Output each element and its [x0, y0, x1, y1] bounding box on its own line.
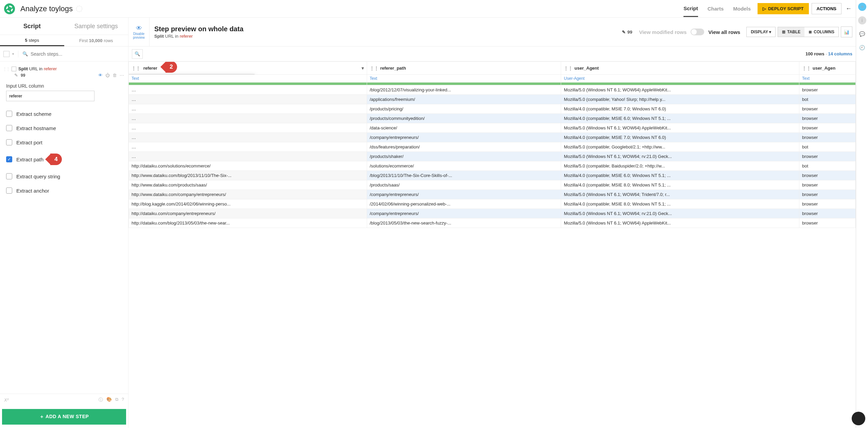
step-title[interactable]: Split URL in referer: [18, 66, 57, 71]
extract-port-row[interactable]: Extract port: [6, 135, 122, 149]
extract-anchor-row[interactable]: Extract anchor: [6, 183, 122, 198]
cell-user-agent[interactable]: Mozilla/4.0 (compatible; MSIE 8.0; Windo…: [561, 180, 799, 190]
cell-referer[interactable]: …: [129, 95, 367, 104]
sidebar-tab-script[interactable]: Script: [0, 18, 64, 35]
cell-referer[interactable]: …: [129, 123, 367, 133]
cell-path[interactable]: /company/entrepreneurs/: [367, 133, 561, 142]
cell-path[interactable]: /products/shaker/: [367, 152, 561, 161]
cell-user-agent[interactable]: Mozilla/5.0 (Windows NT 6.1; WOW64) Appl…: [561, 123, 799, 133]
copy-icon[interactable]: ⧉: [115, 397, 118, 403]
drag-handle-icon[interactable]: ⋮⋮: [3, 67, 10, 71]
table-row[interactable]: …/products/communityedition/Mozilla/4.0 …: [129, 114, 856, 123]
more-icon[interactable]: ⋯: [120, 73, 124, 78]
data-search-button[interactable]: 🔍: [132, 49, 143, 59]
cell-ua-type[interactable]: browser: [799, 85, 856, 95]
add-new-step-button[interactable]: ＋ ADD A NEW STEP: [2, 409, 126, 425]
checkbox-icon[interactable]: [6, 188, 12, 194]
cell-referer[interactable]: http://dataiku.com/company/entrepreneurs…: [129, 209, 367, 218]
eye-icon[interactable]: 👁: [98, 73, 103, 78]
checkbox-icon[interactable]: [6, 139, 12, 145]
cell-referer[interactable]: …: [129, 114, 367, 123]
app-logo[interactable]: [4, 3, 15, 14]
cell-ua-type[interactable]: browser: [799, 209, 856, 218]
chevron-down-icon[interactable]: ▾: [362, 66, 364, 71]
table-row[interactable]: …/company/entrepreneurs/Mozilla/4.0 (com…: [129, 133, 856, 142]
cell-user-agent[interactable]: Mozilla/4.0 (compatible; MSIE 7.0; Windo…: [561, 133, 799, 142]
extract-hostname-row[interactable]: Extract hostname: [6, 121, 122, 135]
table-row[interactable]: …/blog/2012/12/07/visualizing-your-linke…: [129, 85, 856, 95]
cell-ua-type[interactable]: browser: [799, 104, 856, 114]
cell-user-agent[interactable]: Mozilla/5.0 (Windows NT 6.1; WOW64) Appl…: [561, 85, 799, 95]
disable-preview-toggle[interactable]: 👁 Disable preview: [128, 18, 150, 46]
cell-referer[interactable]: …: [129, 133, 367, 142]
checkbox-checked-icon[interactable]: ✓: [6, 156, 12, 162]
table-row[interactable]: http://www.dataiku.com/blog/2013/11/10/T…: [129, 171, 856, 180]
help-icon[interactable]: ?: [122, 397, 124, 403]
cell-path[interactable]: /company/entrepreneurs/: [367, 190, 561, 199]
cell-ua-type[interactable]: browser: [799, 133, 856, 142]
cell-path[interactable]: /blog/2012/12/07/visualizing-your-linked…: [367, 85, 561, 95]
rail-chat-icon[interactable]: 💬: [858, 30, 866, 38]
cell-referer[interactable]: http://blog.kaggle.com/2014/02/06/winnin…: [129, 199, 367, 209]
cell-ua-type[interactable]: browser: [799, 190, 856, 199]
cell-user-agent[interactable]: Mozilla/5.0 (compatible; Baiduspider/2.0…: [561, 161, 799, 171]
cell-referer[interactable]: …: [129, 85, 367, 95]
cell-user-agent[interactable]: Mozilla/5.0 (compatible; Googlebot/2.1; …: [561, 142, 799, 152]
rail-add-icon[interactable]: ＋: [858, 3, 866, 11]
back-arrow-icon[interactable]: ←: [846, 5, 852, 12]
cell-referer[interactable]: http://dataiku.com/blog/2013/05/03/the-n…: [129, 218, 367, 228]
rail-info-icon[interactable]: i: [858, 16, 866, 24]
col-count[interactable]: 14 columns: [828, 51, 852, 56]
cell-referer[interactable]: …: [129, 104, 367, 114]
chat-fab[interactable]: [852, 412, 865, 425]
column-header-user-agent[interactable]: ⋮⋮user_Agent: [561, 62, 799, 75]
table-row[interactable]: …/applications/freemium/Mozilla/5.0 (com…: [129, 95, 856, 104]
col-type-ua[interactable]: User-Agent: [561, 75, 799, 83]
cell-path[interactable]: /solutions/ecommerce/: [367, 161, 561, 171]
cell-referer[interactable]: …: [129, 142, 367, 152]
cell-ua-type[interactable]: browser: [799, 171, 856, 180]
cell-user-agent[interactable]: Mozilla/5.0 (compatible; Yahoo! Slurp; h…: [561, 95, 799, 104]
display-button[interactable]: DISPLAY ▾: [746, 27, 776, 37]
cell-path[interactable]: /products/communityedition/: [367, 114, 561, 123]
palette-icon[interactable]: 🎨: [106, 397, 112, 403]
table-row[interactable]: …/products/shaker/Mozilla/5.0 (Windows N…: [129, 152, 856, 161]
cell-referer[interactable]: http://dataiku.com/solutions/ecommerce/: [129, 161, 367, 171]
cell-ua-type[interactable]: browser: [799, 199, 856, 209]
table-row[interactable]: …/data-science/Mozilla/5.0 (Windows NT 6…: [129, 123, 856, 133]
actions-button[interactable]: ACTIONS: [812, 3, 842, 14]
cell-user-agent[interactable]: Mozilla/4.0 (compatible; MSIE 7.0; Windo…: [561, 104, 799, 114]
cell-user-agent[interactable]: Mozilla/5.0 (Windows NT 6.1; WOW64; Trid…: [561, 190, 799, 199]
checkbox-icon[interactable]: [6, 125, 12, 131]
power-icon[interactable]: ⏻: [105, 73, 110, 78]
cell-user-agent[interactable]: Mozilla/5.0 (Windows NT 6.1; WOW64; rv:2…: [561, 209, 799, 218]
cell-ua-type[interactable]: browser: [799, 123, 856, 133]
cell-path[interactable]: /products/saas/: [367, 180, 561, 190]
rail-history-icon[interactable]: 🕘: [858, 43, 866, 52]
cell-referer[interactable]: http://www.dataiku.com/company/entrepren…: [129, 190, 367, 199]
search-steps-input[interactable]: [31, 51, 125, 57]
formula-icon[interactable]: X²: [4, 397, 8, 403]
columns-view-button[interactable]: ≣COLUMNS: [804, 27, 838, 37]
cell-user-agent[interactable]: Mozilla/4.0 (compatible; MSIE 6.0; Windo…: [561, 114, 799, 123]
table-row[interactable]: …/products/pricing/Mozilla/4.0 (compatib…: [129, 104, 856, 114]
col-type-ua2[interactable]: Text: [799, 75, 856, 83]
table-row[interactable]: http://www.dataiku.com/company/entrepren…: [129, 190, 856, 199]
deploy-script-button[interactable]: ▷ DEPLOY SCRIPT: [758, 3, 809, 14]
column-header-referer-path[interactable]: ⋮⋮referer_path: [367, 62, 561, 75]
select-dropdown-icon[interactable]: ▾: [12, 52, 14, 56]
tab-script[interactable]: Script: [683, 1, 698, 17]
info-icon[interactable]: ⓘ: [99, 397, 103, 403]
cell-ua-type[interactable]: bot: [799, 95, 856, 104]
table-row[interactable]: …/dss/features/preparation/Mozilla/5.0 (…: [129, 142, 856, 152]
extract-scheme-row[interactable]: Extract scheme: [6, 107, 122, 121]
col-type-path[interactable]: Text: [367, 75, 561, 83]
cell-path[interactable]: /applications/freemium/: [367, 95, 561, 104]
cell-ua-type[interactable]: browser: [799, 180, 856, 190]
cell-path[interactable]: /blog/2013/05/03/the-new-search-fuzzy-..…: [367, 218, 561, 228]
step-checkbox[interactable]: [12, 67, 16, 71]
cell-referer[interactable]: http://www.dataiku.com/products/saas/: [129, 180, 367, 190]
select-all-checkbox[interactable]: [3, 51, 10, 57]
cell-user-agent[interactable]: Mozilla/5.0 (Windows NT 6.1; WOW64; rv:2…: [561, 152, 799, 161]
cell-user-agent[interactable]: Mozilla/5.0 (Windows NT 6.1; WOW64) Appl…: [561, 218, 799, 228]
